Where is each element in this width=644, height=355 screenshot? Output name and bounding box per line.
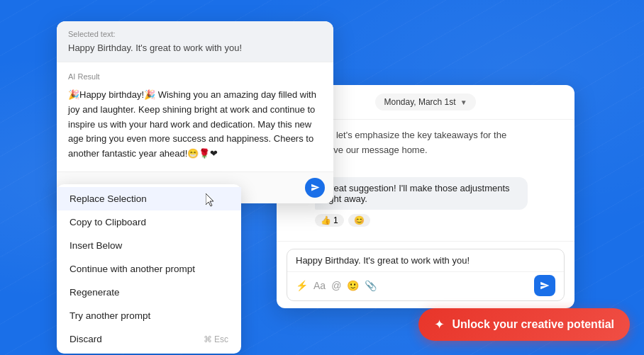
- ai-result-label: AI Result: [68, 72, 322, 81]
- menu-item-continue-label: Continue with another prompt: [70, 264, 195, 274]
- chat-input-text[interactable]: Happy Birthday. It's great to work with …: [287, 249, 564, 270]
- context-menu: Replace Selection Copy to Clipboard Inse…: [57, 184, 241, 354]
- selected-text: Happy Birthday. It's great to work with …: [68, 43, 322, 53]
- ai-send-button[interactable]: [305, 178, 325, 198]
- reaction-count: 1: [333, 215, 338, 225]
- menu-item-insert-label: Insert Below: [70, 240, 122, 251]
- menu-item-regenerate[interactable]: Regenerate: [57, 281, 241, 304]
- cta-button[interactable]: ✦ Unlock your creative potential: [418, 308, 630, 341]
- sparkle-icon: ✦: [434, 317, 445, 332]
- chat-bubble: Great suggestion! I'll make those adjust…: [315, 177, 528, 210]
- ai-result-text: 🎉Happy birthday!🎉 Wishing you an amazing…: [68, 88, 322, 162]
- reaction-thumbs-up[interactable]: 👍 1: [315, 214, 344, 227]
- thumbs-up-icon: 👍: [321, 215, 331, 225]
- attachment-icon[interactable]: 📎: [365, 280, 377, 291]
- ai-result-section: AI Result 🎉Happy birthday!🎉 Wishing you …: [57, 62, 333, 171]
- chat-send-button[interactable]: [534, 275, 555, 296]
- menu-item-try[interactable]: Try another prompt: [57, 304, 241, 327]
- chat-date-button[interactable]: Monday, March 1st ▼: [375, 94, 475, 111]
- at-icon[interactable]: @: [331, 280, 341, 291]
- selected-label: Selected text:: [68, 30, 322, 38]
- chat-input-toolbar: ⚡ Aa @ 🙂 📎: [287, 271, 564, 300]
- menu-item-replace-label: Replace Selection: [70, 193, 147, 204]
- menu-item-continue[interactable]: Continue with another prompt: [57, 257, 241, 281]
- font-icon[interactable]: Aa: [313, 280, 326, 291]
- selected-text-section: Selected text: Happy Birthday. It's grea…: [57, 21, 333, 62]
- menu-item-regenerate-label: Regenerate: [70, 287, 120, 298]
- chat-date-text: Monday, March 1st: [384, 97, 455, 107]
- chat-reactions: 👍 1 😊: [315, 214, 528, 227]
- menu-item-insert[interactable]: Insert Below: [57, 234, 241, 257]
- menu-item-discard-shortcut: ⌘ Esc: [204, 334, 228, 344]
- menu-item-discard-label: Discard: [70, 334, 102, 344]
- menu-item-copy[interactable]: Copy to Clipboard: [57, 210, 241, 234]
- ai-panel: Selected text: Happy Birthday. It's grea…: [57, 21, 333, 203]
- smiley-icon: 😊: [354, 215, 365, 225]
- menu-item-replace[interactable]: Replace Selection: [57, 187, 241, 210]
- lightning-icon[interactable]: ⚡: [296, 280, 308, 291]
- reaction-smiley[interactable]: 😊: [348, 214, 370, 227]
- cta-label: Unlock your creative potential: [452, 318, 614, 331]
- menu-item-try-label: Try another prompt: [70, 310, 150, 321]
- chevron-down-icon: ▼: [460, 98, 467, 106]
- emoji-icon[interactable]: 🙂: [347, 280, 359, 291]
- menu-item-copy-label: Copy to Clipboard: [70, 217, 146, 227]
- chat-input-wrapper: Happy Birthday. It's great to work with …: [287, 249, 565, 301]
- menu-item-discard[interactable]: Discard ⌘ Esc: [57, 327, 241, 351]
- chat-input-area: Happy Birthday. It's great to work with …: [277, 241, 574, 308]
